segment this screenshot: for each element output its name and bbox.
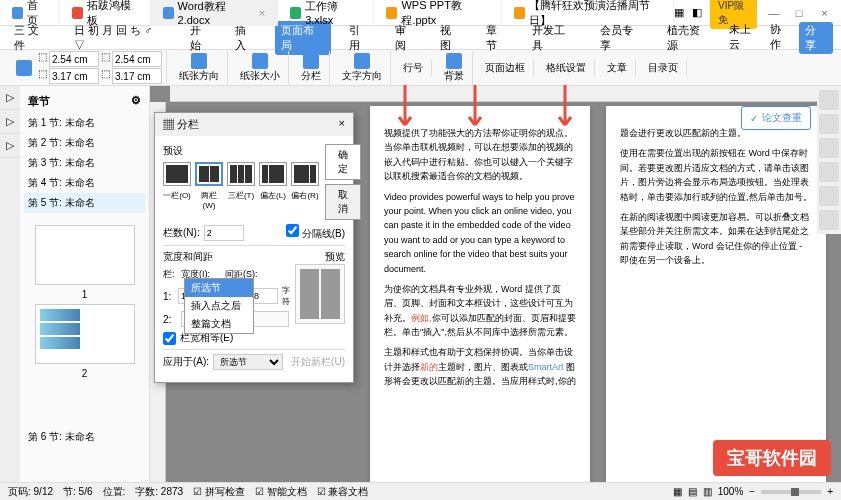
dropdown-option[interactable]: 插入点之后: [185, 297, 253, 315]
toc-page-button[interactable]: 目录页: [644, 59, 682, 77]
preset-left[interactable]: [259, 162, 287, 186]
preset-two[interactable]: [195, 162, 223, 186]
line-numbers-button[interactable]: 行号: [399, 59, 427, 77]
preview-box: [295, 264, 345, 324]
outline-item[interactable]: 第 3 节: 未命名: [24, 153, 145, 173]
share-button[interactable]: 分享: [799, 22, 833, 54]
cloud-status[interactable]: 未上云: [729, 22, 762, 54]
navigation-panel: ▷ ▷ ▷ 章节⚙ 第 1 节: 未命名 第 2 节: 未命名 第 3 节: 未…: [0, 86, 150, 482]
cancel-button[interactable]: 取消: [325, 184, 361, 220]
outline-item[interactable]: 第 4 节: 未命名: [24, 173, 145, 193]
grid-settings-button[interactable]: 格纸设置: [542, 59, 590, 77]
zoom-level[interactable]: 100%: [718, 486, 744, 497]
margin-top-input[interactable]: [49, 51, 99, 67]
outline-item[interactable]: 第 5 节: 未命名: [24, 193, 145, 213]
maximize-button[interactable]: □: [791, 3, 808, 23]
margin-left-input[interactable]: [49, 68, 99, 84]
preview-label: 预览: [325, 250, 345, 264]
close-button[interactable]: ×: [816, 3, 833, 23]
statusbar: 页码: 9/12 节: 5/6 位置: 字数: 2873 ☑ 拼写检查 ☑ 智能…: [0, 482, 841, 500]
dialog-title-text: ▦ 分栏: [163, 117, 199, 132]
right-tool-2[interactable]: [819, 114, 839, 134]
preset-right[interactable]: [291, 162, 319, 186]
right-tool-4[interactable]: [819, 162, 839, 182]
zoom-in-button[interactable]: +: [827, 486, 833, 497]
right-tool-3[interactable]: [819, 138, 839, 158]
right-tool-5[interactable]: [819, 186, 839, 206]
text-direction-button[interactable]: 文字方向: [338, 51, 386, 85]
equal-width-checkbox[interactable]: [163, 332, 176, 345]
tab-ppt[interactable]: WPS PPT教程.pptx: [374, 0, 502, 26]
ribbon-toolbar: ⬚⬚ ⬚⬚ 纸张方向 纸张大小 分栏 文字方向 行号 背景 页面边框 格纸设置 …: [0, 50, 841, 86]
right-tool-1[interactable]: [819, 90, 839, 110]
preset-three[interactable]: [227, 162, 255, 186]
outline-settings-icon[interactable]: ⚙: [131, 94, 141, 109]
view-mode-icon[interactable]: ▥: [703, 486, 712, 497]
outline-item[interactable]: 第 6 节: 未命名: [24, 427, 145, 447]
spell-check[interactable]: ☑ 拼写检查: [193, 485, 245, 499]
dropdown-option[interactable]: 所选节: [185, 279, 253, 297]
annotation-arrow: [550, 80, 580, 130]
paragraph: 在新的阅读视图中阅读更加容易。可以折叠文档某些部分并关注所需文本。如果在达到结尾…: [620, 210, 812, 268]
themes-button[interactable]: [12, 58, 36, 78]
margin-bottom-input[interactable]: [112, 51, 162, 67]
paper-size-button[interactable]: 纸张大小: [236, 51, 284, 85]
view-mode-icon[interactable]: ▦: [673, 486, 682, 497]
zoom-out-button[interactable]: −: [749, 486, 755, 497]
collab-button[interactable]: 协作: [770, 22, 792, 54]
nav-tab-2[interactable]: ▷: [0, 110, 20, 134]
outline-item[interactable]: 第 1 节: 未命名: [24, 113, 145, 133]
tab-word-doc[interactable]: Word教程2.docx×: [151, 0, 278, 26]
compat-doc[interactable]: ☑ 兼容文档: [317, 485, 369, 499]
width-section-label: 宽度和间距: [163, 250, 213, 264]
dialog-close-button[interactable]: ×: [339, 117, 345, 132]
apply-to-select[interactable]: 所选节: [213, 354, 283, 370]
grid-icon[interactable]: ▦: [674, 6, 684, 19]
tab-home[interactable]: 首页: [0, 0, 60, 26]
outline-item[interactable]: 第 2 节: 未命名: [24, 133, 145, 153]
orientation-button[interactable]: 纸张方向: [175, 51, 223, 85]
menubar: 三 文件 日 初 月 回 ち ♂ ▽ 开始 插入 页面布局 引用 审阅 视图 章…: [0, 26, 841, 50]
position-indicator: 位置:: [103, 485, 126, 499]
section-indicator: 节: 5/6: [63, 485, 92, 499]
separator-checkbox[interactable]: [286, 224, 299, 237]
cols-input[interactable]: [204, 225, 244, 241]
paragraph: 使用在需要位置出现的新按钮在 Word 中保存时间。若要更改图片适应文档的方式，…: [620, 146, 812, 204]
document-page[interactable]: 题会进行更改以匹配新的主题。 使用在需要位置出现的新按钮在 Word 中保存时间…: [606, 106, 826, 482]
page-indicator[interactable]: 页码: 9/12: [8, 485, 53, 499]
horizontal-ruler[interactable]: [170, 86, 841, 102]
ok-button[interactable]: 确定: [325, 144, 361, 180]
thumb-number: 1: [32, 289, 137, 300]
nav-tab-1[interactable]: ▷: [0, 86, 20, 110]
minimize-button[interactable]: —: [765, 3, 782, 23]
review-check-button[interactable]: ✓ 论文查重: [741, 106, 811, 130]
page-border-button[interactable]: 页面边框: [481, 59, 529, 77]
document-page[interactable]: 视频提供了功能强大的方法帮你证明你的观点。当你单击联机视频时，可以在想要添加的视…: [370, 106, 590, 482]
spacing-2-input: [249, 311, 289, 327]
cols-label: 栏数(N):: [163, 226, 200, 240]
word-count[interactable]: 字数: 2873: [135, 485, 183, 499]
preset-label: 预设: [163, 144, 319, 158]
close-icon[interactable]: ×: [259, 7, 265, 19]
right-tool-6[interactable]: [819, 210, 839, 230]
preset-one[interactable]: [163, 162, 191, 186]
dropdown-option[interactable]: 整篇文档: [185, 315, 253, 333]
tab-other[interactable]: 【腾轩狂欢预演活播周节日】: [502, 0, 674, 26]
outline-title: 章节⚙: [24, 90, 145, 113]
thumb-number: 2: [32, 368, 137, 379]
page-thumbnail[interactable]: [35, 304, 135, 364]
zoom-slider[interactable]: [761, 490, 821, 494]
view-mode-icon[interactable]: ▤: [688, 486, 697, 497]
smart-doc[interactable]: ☑ 智能文档: [255, 485, 307, 499]
article-button[interactable]: 文章: [603, 59, 631, 77]
msg-icon[interactable]: ◧: [692, 6, 702, 19]
tab-excel[interactable]: 工作簿3.xlsx: [278, 0, 374, 26]
start-new-col: 开始新栏(U): [291, 355, 345, 369]
paragraph: Video provides powerful ways to help you…: [384, 190, 576, 276]
margin-right-input[interactable]: [112, 68, 162, 84]
page-thumbnail[interactable]: [35, 225, 135, 285]
menu-resources[interactable]: 植壳资源: [661, 21, 717, 55]
nav-tab-3[interactable]: ▷: [0, 134, 20, 158]
tab-template[interactable]: 拓跋鸿模板: [60, 0, 151, 26]
columns-button[interactable]: 分栏: [297, 51, 325, 85]
